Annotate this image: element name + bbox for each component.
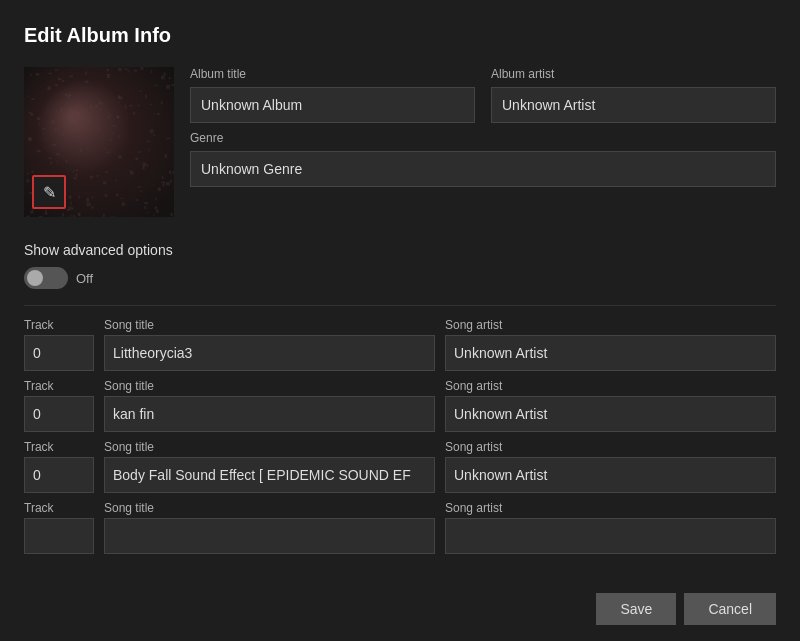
album-title-input[interactable] (190, 87, 475, 123)
track-num-input-3[interactable] (24, 518, 94, 554)
table-row: Track Song title Song artist (24, 318, 776, 371)
fields-section: Album title Album artist Genre (190, 67, 776, 217)
song-title-input-3[interactable] (104, 518, 435, 554)
album-artist-label: Album artist (491, 67, 776, 81)
cancel-button[interactable]: Cancel (684, 593, 776, 625)
song-title-label-3: Song title (104, 501, 435, 515)
advanced-options-section: Show advanced options Off (24, 241, 776, 289)
genre-fields-row: Genre (190, 131, 776, 195)
track-num-input-0[interactable] (24, 335, 94, 371)
dialog-title: Edit Album Info (24, 24, 776, 47)
toggle-knob (27, 270, 43, 286)
song-artist-label-3: Song artist (445, 501, 776, 515)
song-title-group-2: Song title (104, 440, 435, 493)
album-artist-input[interactable] (491, 87, 776, 123)
tracks-section: Track Song title Song artist Track Song … (24, 318, 776, 577)
song-title-label-0: Song title (104, 318, 435, 332)
album-title-label: Album title (190, 67, 475, 81)
track-num-group-0: Track (24, 318, 94, 371)
edit-art-button[interactable]: ✎ (32, 175, 66, 209)
track-num-input-1[interactable] (24, 396, 94, 432)
track-num-group-3: Track (24, 501, 94, 554)
genre-group: Genre (190, 131, 776, 187)
song-artist-input-2[interactable] (445, 457, 776, 493)
song-artist-group-2: Song artist (445, 440, 776, 493)
song-title-input-1[interactable] (104, 396, 435, 432)
song-artist-label-2: Song artist (445, 440, 776, 454)
song-title-group-3: Song title (104, 501, 435, 554)
table-row: Track Song title Song artist (24, 379, 776, 432)
track-num-group-1: Track (24, 379, 94, 432)
track-label-1: Track (24, 379, 94, 393)
song-artist-input-3[interactable] (445, 518, 776, 554)
table-row: Track Song title Song artist (24, 501, 776, 556)
song-artist-label-1: Song artist (445, 379, 776, 393)
song-artist-group-1: Song artist (445, 379, 776, 432)
track-label-3: Track (24, 501, 94, 515)
song-title-group-1: Song title (104, 379, 435, 432)
edit-album-dialog: Edit Album Info ✎ Album title Album arti… (0, 0, 800, 641)
album-title-group: Album title (190, 67, 475, 123)
divider (24, 305, 776, 306)
song-title-label-2: Song title (104, 440, 435, 454)
track-label-0: Track (24, 318, 94, 332)
song-title-input-0[interactable] (104, 335, 435, 371)
track-label-2: Track (24, 440, 94, 454)
song-title-input-2[interactable] (104, 457, 435, 493)
advanced-toggle[interactable] (24, 267, 68, 289)
track-num-group-2: Track (24, 440, 94, 493)
song-artist-group-3: Song artist (445, 501, 776, 554)
footer: Save Cancel (24, 577, 776, 625)
song-artist-group-0: Song artist (445, 318, 776, 371)
table-row: Track Song title Song artist (24, 440, 776, 493)
song-title-label-1: Song title (104, 379, 435, 393)
song-artist-input-1[interactable] (445, 396, 776, 432)
album-fields-row: Album title Album artist (190, 67, 776, 131)
album-art-container: ✎ (24, 67, 174, 217)
toggle-row: Off (24, 267, 776, 289)
genre-input[interactable] (190, 151, 776, 187)
top-section: ✎ Album title Album artist Genre (24, 67, 776, 217)
song-title-group-0: Song title (104, 318, 435, 371)
genre-label: Genre (190, 131, 776, 145)
track-num-input-2[interactable] (24, 457, 94, 493)
song-artist-input-0[interactable] (445, 335, 776, 371)
toggle-state-label: Off (76, 271, 93, 286)
album-artist-group: Album artist (491, 67, 776, 123)
edit-pen-icon: ✎ (43, 183, 56, 202)
song-artist-label-0: Song artist (445, 318, 776, 332)
advanced-options-label: Show advanced options (24, 241, 776, 259)
save-button[interactable]: Save (596, 593, 676, 625)
